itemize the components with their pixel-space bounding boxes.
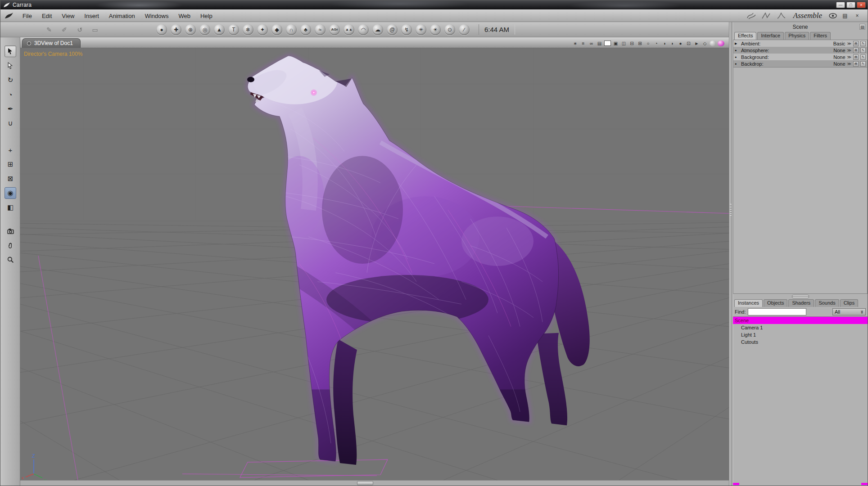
insert-ocean-icon[interactable]: ≈ — [315, 24, 326, 35]
insert-agr-icon[interactable]: AGr — [329, 24, 340, 35]
bullet-icon[interactable]: ● — [735, 55, 739, 58]
layout-two-horizontal-icon[interactable]: ⊟ — [628, 40, 635, 46]
gouraud-mode-icon[interactable]: ◑ — [661, 40, 668, 46]
tab-sounds[interactable]: Sounds — [815, 299, 839, 307]
insert-sphere-icon[interactable]: ● — [156, 24, 167, 35]
horizontal-scrollbar[interactable] — [20, 480, 729, 486]
close-button[interactable]: × — [857, 2, 866, 8]
menu-insert[interactable]: Insert — [79, 10, 104, 22]
row-edit-button[interactable]: ✎ — [860, 48, 866, 53]
row-edit-button[interactable]: ✎ — [860, 41, 866, 46]
row-options-button[interactable]: ▤ — [853, 61, 859, 67]
property-value[interactable]: None — [833, 54, 845, 60]
list-item-camera-1[interactable]: Camera 1 — [733, 324, 868, 331]
orbit-tool[interactable]: ◔ — [5, 89, 16, 100]
move-3d-tool[interactable]: ⊠ — [5, 173, 16, 184]
room-shortcut-icon-2[interactable] — [761, 11, 772, 20]
flat-shade-mode-icon[interactable]: ◔ — [653, 40, 660, 46]
menu-web[interactable]: Web — [173, 10, 195, 22]
list-item-cutouts[interactable]: Cutouts — [733, 338, 868, 346]
insert-plant-icon[interactable]: ♣ — [300, 24, 311, 35]
row-options-button[interactable]: ▤ — [853, 41, 859, 46]
magnet-tool[interactable]: ∪ — [5, 117, 16, 129]
display-options-icon[interactable]: ≡ — [580, 40, 587, 46]
insert-terrain-icon[interactable]: ▲▲ — [344, 24, 354, 35]
track-icon[interactable]: ∞ — [588, 40, 595, 46]
panel-horizontal-splitter[interactable] — [733, 294, 868, 299]
insert-shell-icon[interactable]: @ — [387, 24, 398, 35]
list-item-scene[interactable]: Scene — [733, 317, 868, 324]
bullet-icon[interactable]: ● — [735, 62, 739, 65]
rotate-view-tool[interactable]: ↻ — [5, 74, 16, 86]
bullet-icon[interactable]: ● — [735, 49, 739, 52]
insert-spline-object-icon[interactable]: ⊕ — [185, 24, 196, 35]
tab-clips[interactable]: Clips — [840, 299, 858, 307]
menu-edit[interactable]: Edit — [37, 10, 57, 22]
pan-tool[interactable] — [5, 239, 16, 251]
close-panel-icon[interactable]: × — [853, 12, 861, 19]
chevron-icon[interactable]: ≫ — [847, 48, 851, 53]
insert-cone-icon[interactable]: ▲ — [214, 24, 225, 35]
direct-select-tool[interactable] — [5, 60, 16, 72]
expander-icon[interactable]: ▶ — [735, 42, 739, 45]
insert-vertex-object-icon[interactable]: ✚ — [171, 24, 181, 35]
panel-menu-icon[interactable]: ▤ — [859, 24, 865, 30]
layout-four-icon[interactable]: ⊞ — [637, 40, 643, 46]
workspace-layout-icon[interactable]: ▤ — [841, 12, 849, 19]
insert-text-icon[interactable]: T — [228, 24, 239, 35]
insert-sun-icon[interactable]: ☀ — [430, 24, 441, 35]
row-options-button[interactable]: ▤ — [853, 48, 859, 53]
property-value[interactable]: None — [833, 61, 845, 67]
viewport-canvas[interactable]: Z x y Director's Camera 100% — [20, 48, 729, 480]
insert-particles-icon[interactable]: ❄ — [243, 24, 253, 35]
insert-skydome-icon[interactable]: ◠ — [358, 24, 369, 35]
chevron-icon[interactable]: ≫ — [847, 62, 851, 66]
insert-cloud-icon[interactable]: ☁ — [372, 24, 383, 35]
chevron-icon[interactable]: ≫ — [847, 55, 851, 59]
eye-icon[interactable] — [829, 12, 837, 19]
bg-color-swatch[interactable] — [604, 40, 611, 46]
bounding-box-icon[interactable]: ◇ — [701, 40, 708, 46]
insert-spray-icon[interactable]: ✳ — [416, 24, 426, 35]
tab-instances[interactable]: Instances — [734, 299, 763, 307]
menu-view[interactable]: View — [57, 10, 79, 22]
property-row-atmosphere[interactable]: ● Atmosphere: None ≫ ▤ ✎ — [733, 47, 867, 54]
phong-mode-icon[interactable]: ◗ — [669, 40, 676, 46]
menu-help[interactable]: Help — [195, 10, 217, 22]
room-shortcut-icon-3[interactable] — [776, 11, 787, 20]
property-row-background[interactable]: ● Background: None ≫ ▤ ✎ — [733, 54, 867, 60]
tab-interface[interactable]: Interface — [757, 32, 784, 40]
layout-two-vertical-icon[interactable]: ◫ — [620, 40, 627, 46]
titlebar[interactable]: Carrara — □ × — [0, 0, 868, 9]
list-item-light-1[interactable]: Light 1 — [733, 331, 868, 338]
wireframe-mode-icon[interactable]: ○ — [645, 40, 651, 46]
row-edit-button[interactable]: ✎ — [860, 54, 866, 60]
insert-fire-icon[interactable]: ✦ — [257, 24, 268, 35]
panel-horizontal-splitter-grip[interactable] — [792, 295, 809, 298]
camera-tool[interactable] — [5, 225, 16, 237]
horizontal-scrollbar-thumb[interactable] — [357, 481, 373, 485]
chevron-icon[interactable]: ≫ — [847, 41, 851, 46]
gray-sphere-icon[interactable] — [710, 40, 716, 46]
preview-quality-icon[interactable]: ∗ — [572, 40, 579, 46]
insert-hair-icon[interactable]: ∩ — [286, 24, 297, 35]
production-frame-icon[interactable]: ⊡ — [685, 40, 692, 46]
tab-filters[interactable]: Filters — [810, 32, 831, 40]
room-label[interactable]: Assemble — [793, 11, 822, 20]
minimize-button[interactable]: — — [836, 2, 845, 8]
insert-wand-icon[interactable]: ∕ — [459, 24, 470, 35]
move-tool[interactable]: + — [5, 144, 16, 156]
panel-splitter-grip[interactable] — [730, 204, 732, 216]
pen-tool[interactable]: ✒ — [5, 103, 16, 115]
film-icon[interactable]: ▤ — [596, 40, 603, 46]
universal-manipulator-tool[interactable]: ◉ — [5, 187, 16, 199]
textured-mode-icon[interactable]: ● — [677, 40, 684, 46]
move-plane-tool[interactable]: ⊞ — [5, 158, 16, 170]
camera-name-label[interactable]: Director's Camera 100% — [24, 51, 82, 57]
find-filter-dropdown[interactable]: All ≫ — [832, 308, 866, 315]
insert-lightning-icon[interactable]: ↯ — [401, 24, 412, 35]
insert-light-icon[interactable]: ⊙ — [444, 24, 455, 35]
find-input[interactable] — [748, 308, 806, 315]
tab-shaders[interactable]: Shaders — [788, 299, 814, 307]
panel-splitter[interactable] — [729, 22, 732, 486]
